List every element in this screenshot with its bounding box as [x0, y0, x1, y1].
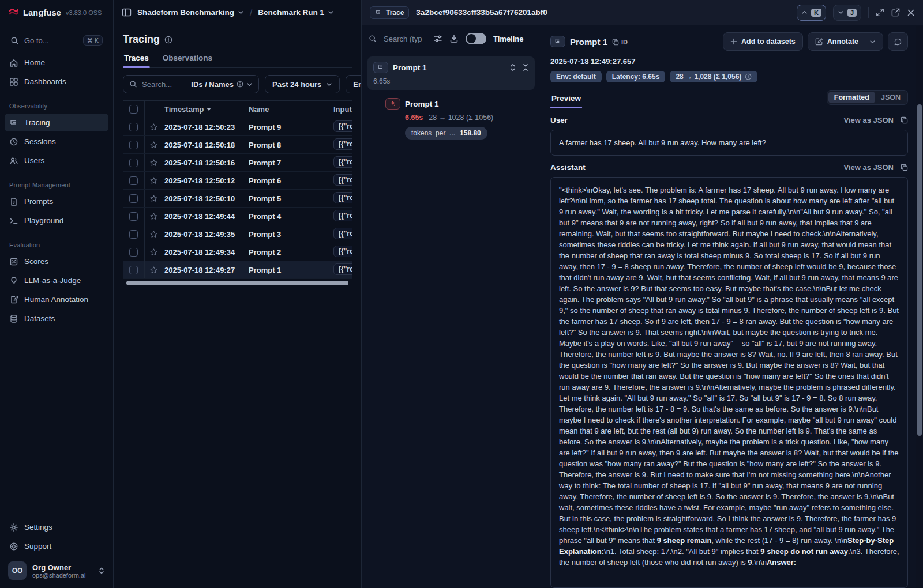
org-switcher[interactable]: Shadeform Benchmarking [137, 8, 244, 17]
star-icon[interactable] [149, 123, 158, 131]
sidebar-item-users[interactable]: Users [5, 152, 108, 169]
sidebar-item-datasets[interactable]: Datasets [5, 310, 108, 327]
sidebar-item-scores[interactable]: Scores [5, 252, 108, 270]
row-checkbox[interactable] [129, 248, 138, 257]
comments-button[interactable] [888, 32, 908, 51]
collapse-icon[interactable] [522, 63, 529, 71]
format-formatted[interactable]: Formatted [828, 92, 875, 103]
view-as-json-button[interactable]: View as JSON [844, 163, 894, 172]
sidebar: Langfuse v3.83.0 OSS Go to... ⌘ K Home D… [0, 0, 114, 588]
row-checkbox[interactable] [129, 159, 138, 167]
star-icon[interactable] [149, 159, 158, 167]
table-row[interactable]: 2025-07-18 12:50:12 Prompt 6 [{"role":"u… [123, 172, 352, 190]
horizontal-scrollbar[interactable] [123, 279, 352, 287]
sidebar-item-llm-as-a-judge[interactable]: LLM-as-a-Judge [5, 272, 108, 289]
sidebar-item-human-annotation[interactable]: Human Annotation [5, 291, 108, 308]
download-icon[interactable] [449, 34, 459, 43]
sidebar-item-home[interactable]: Home [5, 54, 108, 71]
table-row[interactable]: 2025-07-18 12:50:23 Prompt 9 [{"role":"u… [123, 118, 352, 136]
table-row[interactable]: 2025-07-18 12:50:18 Prompt 8 [{"role":"u… [123, 136, 352, 154]
sidebar-item-playground[interactable]: Playground [5, 212, 108, 229]
sidebar-item-prompts[interactable]: Prompts [5, 193, 108, 210]
row-checkbox[interactable] [129, 123, 138, 131]
tree-node-trace[interactable]: Prompt 1 6.65s [367, 56, 535, 90]
star-icon[interactable] [149, 230, 158, 239]
traces-search-input[interactable]: Search... IDs / Names [123, 75, 259, 93]
filter-sliders-icon[interactable] [433, 34, 442, 43]
row-checkbox[interactable] [129, 266, 138, 274]
divider [868, 7, 869, 18]
sidebar-item-sessions[interactable]: Sessions [5, 133, 108, 150]
tokens-badge[interactable]: 28 → 1,028 (Σ 1,056) [670, 71, 757, 82]
sidebar-item-settings[interactable]: Settings [5, 518, 108, 536]
sort-desc-icon [207, 108, 211, 111]
col-input[interactable]: Input [333, 105, 352, 114]
sidebar-item-dashboards[interactable]: Dashboards [5, 73, 108, 91]
scrollbar-thumb[interactable] [917, 104, 922, 436]
format-toggle: Formatted JSON [827, 90, 908, 105]
star-icon[interactable] [149, 194, 158, 203]
tab-preview[interactable]: Preview [550, 94, 582, 108]
format-json[interactable]: JSON [875, 92, 906, 103]
metric-badge[interactable]: tokens_per_... 158.80 [405, 127, 487, 140]
col-name[interactable]: Name [249, 105, 333, 114]
copy-id-button[interactable]: ID [612, 39, 628, 46]
star-icon[interactable] [149, 176, 158, 185]
project-switcher[interactable]: Benchmark Run 1 [258, 8, 334, 17]
env-badge[interactable]: Env: default [550, 71, 602, 82]
user-menu[interactable]: OO Org Owner ops@shadeform.ai [6, 561, 107, 580]
row-checkbox[interactable] [129, 141, 138, 149]
row-checkbox[interactable] [129, 194, 138, 203]
col-timestamp[interactable]: Timestamp [162, 105, 249, 114]
tree-node-generation[interactable]: Prompt 1 6.65s 28 → 1028 (Σ 1056) tokens… [377, 90, 541, 140]
unfold-icon[interactable] [509, 63, 516, 71]
table-row[interactable]: 2025-07-18 12:49:34 Prompt 2 [{"role":"u… [123, 243, 352, 261]
latency-badge[interactable]: Latency: 6.65s [606, 71, 666, 82]
prev-trace-button[interactable]: K [797, 5, 826, 21]
sidebar-item-support[interactable]: Support [5, 537, 108, 555]
table-row[interactable]: 2025-07-18 12:50:10 Prompt 5 [{"role":"u… [123, 190, 352, 208]
view-as-json-button[interactable]: View as JSON [844, 116, 894, 125]
star-icon[interactable] [149, 212, 158, 221]
table-row[interactable]: 2025-07-18 12:49:27 Prompt 1 [{"role":"u… [123, 261, 352, 279]
sidebar-toggle-icon[interactable] [122, 7, 132, 17]
goto-search[interactable]: Go to... ⌘ K [6, 31, 107, 50]
info-icon [237, 81, 243, 88]
add-to-datasets-button[interactable]: Add to datasets [723, 32, 803, 51]
star-icon[interactable] [149, 248, 158, 257]
section-prompt-management: Prompt Management [9, 182, 104, 189]
timeline-toggle[interactable] [466, 33, 486, 44]
traces-table: Timestamp Name Input 2025-07-18 12:50:23… [123, 100, 352, 279]
annotation-icon [9, 295, 18, 304]
tab-traces[interactable]: Traces [123, 54, 150, 67]
table-row[interactable]: 2025-07-18 12:49:35 Prompt 3 [{"role":"u… [123, 225, 352, 243]
close-icon[interactable] [907, 9, 915, 17]
tab-observations[interactable]: Observations [162, 54, 213, 67]
env-filter-button[interactable]: Env [346, 75, 361, 93]
copy-icon[interactable] [901, 164, 908, 171]
star-icon[interactable] [149, 141, 158, 149]
search-scope-select[interactable]: IDs / Names [191, 80, 253, 89]
next-trace-button[interactable]: J [833, 5, 861, 21]
chat-bubble-icon [894, 37, 902, 46]
copy-icon[interactable] [901, 116, 908, 124]
select-all-checkbox[interactable] [129, 105, 138, 114]
table-row[interactable]: 2025-07-18 12:49:44 Prompt 4 [{"role":"u… [123, 208, 352, 225]
sidebar-item-tracing[interactable]: Tracing [5, 114, 108, 131]
table-row[interactable]: 2025-07-18 12:50:16 Prompt 7 [{"role":"u… [123, 154, 352, 172]
vertical-scrollbar[interactable] [916, 26, 923, 588]
tree-toolbar: Search (typ Timeline [362, 25, 541, 52]
info-icon[interactable] [164, 36, 172, 44]
star-icon[interactable] [149, 266, 158, 274]
chevron-down-icon[interactable] [869, 39, 876, 45]
detail-title: Prompt 1 [570, 37, 607, 47]
time-filter-button[interactable]: Past 24 hours [265, 75, 340, 93]
row-checkbox[interactable] [129, 212, 138, 221]
row-checkbox[interactable] [129, 176, 138, 185]
tree-search-input[interactable]: Search (typ [384, 35, 426, 43]
open-external-icon[interactable] [891, 8, 900, 17]
user-email: ops@shadeform.ai [32, 572, 86, 579]
row-checkbox[interactable] [129, 230, 138, 239]
annotate-button[interactable]: Annotate [808, 32, 883, 51]
expand-icon[interactable] [876, 8, 884, 17]
